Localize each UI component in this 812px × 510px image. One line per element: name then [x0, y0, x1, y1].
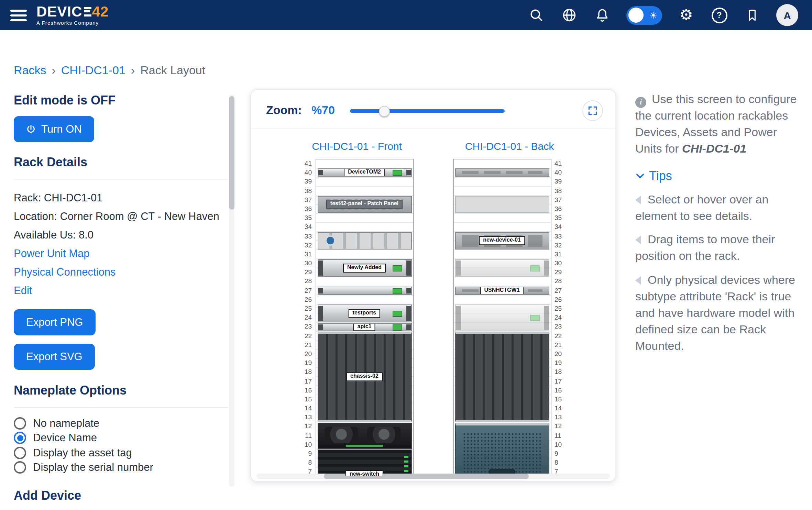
- radio-no-nameplate[interactable]: No nameplate: [14, 416, 228, 431]
- rack-device-sback[interactable]: [455, 168, 549, 177]
- export-png-button[interactable]: Export PNG: [14, 309, 95, 335]
- unit-number: 9: [300, 449, 315, 458]
- unit-number: 11: [300, 431, 315, 440]
- sidebar-scrollbar-thumb[interactable]: [229, 96, 234, 210]
- rack-device-ghost[interactable]: [455, 304, 549, 331]
- breadcrumb-racks[interactable]: Racks: [14, 64, 46, 78]
- radio-circle[interactable]: [14, 462, 26, 474]
- help-panel: iUse this screen to configure the curren…: [635, 91, 800, 355]
- unit-number: 37: [551, 195, 566, 204]
- unit-number: 23: [300, 322, 315, 331]
- settings-gear-icon[interactable]: ⚙: [677, 6, 695, 24]
- breadcrumb-current: Rack Layout: [140, 64, 205, 78]
- zoom-slider-knob[interactable]: [379, 106, 390, 117]
- rack-device-new-device-01[interactable]: new-device-01: [455, 232, 549, 250]
- search-icon[interactable]: [527, 6, 545, 24]
- tip-item: Only physical devices where subtype attr…: [635, 272, 800, 355]
- device-nameplate: USNHCTGW1: [480, 287, 524, 295]
- bookmark-icon[interactable]: [743, 6, 761, 24]
- rack-device-chassis[interactable]: [455, 332, 549, 422]
- toggle-knob[interactable]: [628, 8, 644, 23]
- unit-number: 23: [551, 322, 566, 331]
- physical-connections-link[interactable]: Physical Connections: [14, 263, 228, 281]
- zoom-value: %70: [311, 104, 335, 118]
- breadcrumb-separator: ›: [52, 64, 55, 78]
- unit-number: 24: [300, 313, 315, 322]
- rack-device-new-switch[interactable]: new-switch: [317, 450, 412, 476]
- rack-device-test42-panel-patch-panel[interactable]: test42-panel - Patch Panel: [317, 196, 412, 213]
- unit-number: 30: [300, 258, 315, 267]
- unit-number: 22: [551, 331, 566, 340]
- help-intro: iUse this screen to configure the curren…: [635, 91, 800, 158]
- back-rack-group: CHI-DC1-01 - Back new-device-01USNHCTGW1…: [453, 140, 566, 476]
- fullscreen-button[interactable]: [582, 100, 603, 121]
- unit-number: 8: [300, 458, 315, 467]
- unit-number: 19: [300, 358, 315, 367]
- export-svg-button[interactable]: Export SVG: [14, 344, 95, 370]
- rack-device-ghost[interactable]: [455, 259, 549, 277]
- logo-subtitle: A Freshworks Company: [36, 21, 109, 26]
- back-rack: new-device-01USNHCTGW1: [453, 159, 551, 476]
- device42-logo[interactable]: DEVIC 42 A Freshworks Company: [36, 4, 109, 26]
- tips-toggle[interactable]: Tips: [635, 167, 800, 185]
- rack-device-drives[interactable]: [317, 232, 412, 250]
- edit-link[interactable]: Edit: [14, 281, 228, 300]
- theme-toggle[interactable]: ☀: [626, 6, 662, 24]
- radio-label: No nameplate: [33, 417, 99, 430]
- rack-device-server[interactable]: [317, 287, 412, 295]
- add-device-heading: Add Device: [14, 489, 228, 503]
- unit-number: 29: [551, 268, 566, 277]
- user-avatar[interactable]: A: [776, 4, 798, 26]
- rack-device-psu[interactable]: [317, 423, 412, 449]
- breadcrumb-rack[interactable]: CHI-DC1-01: [61, 64, 125, 78]
- device-nameplate: chassis-02: [346, 373, 383, 381]
- unit-number: 21: [300, 340, 315, 349]
- front-unit-numbers: 4140393837363534333231302928272625242322…: [300, 159, 315, 476]
- tip-text: Only physical devices where subtype attr…: [635, 273, 795, 353]
- zoom-slider-track[interactable]: [350, 109, 505, 113]
- unit-number: 38: [551, 186, 566, 195]
- unit-number: 20: [551, 349, 566, 358]
- rack-device-devicetom2[interactable]: DeviceTOM2: [317, 168, 412, 177]
- breadcrumb: Racks › CHI-DC1-01 › Rack Layout: [14, 64, 205, 78]
- tip-item: Drag items to move their position on the…: [635, 232, 800, 265]
- unit-number: 14: [300, 403, 315, 412]
- triangle-bullet-icon: [635, 196, 641, 204]
- power-icon: [26, 124, 36, 134]
- radio-circle[interactable]: [14, 447, 26, 459]
- chevron-down-icon: [635, 171, 645, 181]
- unit-number: 31: [300, 250, 315, 258]
- triangle-bullet-icon: [635, 276, 641, 284]
- rack-device-chassis-02[interactable]: chassis-02: [317, 332, 412, 422]
- radio-asset-tag[interactable]: Display the asset tag: [14, 445, 228, 460]
- radio-circle[interactable]: [14, 417, 26, 430]
- unit-number: 25: [300, 304, 315, 313]
- help-icon[interactable]: ?: [710, 6, 728, 24]
- rack-sidebar: Edit mode is OFF Turn ON Rack Details Ra…: [14, 93, 228, 503]
- notifications-bell-icon[interactable]: [593, 6, 611, 24]
- unit-number: 10: [551, 440, 566, 449]
- hamburger-menu-icon[interactable]: [10, 9, 27, 21]
- rack-device-usnhctgw1[interactable]: USNHCTGW1: [455, 287, 549, 295]
- top-navbar: DEVIC 42 A Freshworks Company ☀ ⚙ ?: [0, 0, 812, 30]
- unit-number: 40: [300, 168, 315, 177]
- rack-device-apic1[interactable]: apic1: [317, 323, 412, 331]
- rack-device-blank[interactable]: [455, 196, 549, 213]
- unit-number: 24: [551, 313, 566, 322]
- radio-serial-number[interactable]: Display the serial number: [14, 460, 228, 475]
- turn-on-button[interactable]: Turn ON: [14, 116, 94, 142]
- rack-horizontal-scrollbar: [256, 474, 610, 479]
- unit-number: 15: [300, 395, 315, 403]
- rack-device-testports[interactable]: testports: [317, 304, 412, 322]
- globe-icon[interactable]: [560, 6, 578, 24]
- radio-device-name[interactable]: Device Name: [14, 431, 228, 445]
- radio-circle[interactable]: [14, 432, 26, 444]
- rack-device-newly-added[interactable]: Newly Added: [317, 259, 412, 277]
- detail-available-us: Available Us: 8.0: [14, 225, 228, 244]
- unit-number: 33: [300, 231, 315, 240]
- unit-number: 37: [300, 195, 315, 204]
- unit-number: 34: [551, 222, 566, 231]
- zoom-slider[interactable]: [350, 105, 505, 116]
- power-unit-map-link[interactable]: Power Unit Map: [14, 244, 228, 263]
- rack-device-teal[interactable]: [455, 423, 549, 476]
